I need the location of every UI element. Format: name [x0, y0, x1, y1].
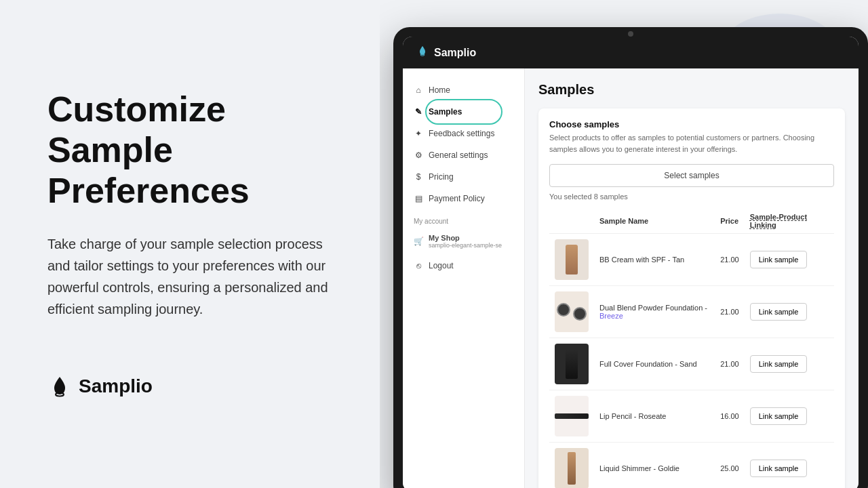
product-thumb — [555, 239, 589, 280]
sidebar-item-logout[interactable]: ⎋ Logout — [403, 255, 524, 277]
powder-shape — [557, 303, 587, 321]
link-cell: Link sample — [745, 338, 834, 390]
app-content: ⌂ Home ✎ Samples ✦ Feedback settings ⚙ G… — [403, 68, 859, 488]
price-cell: 21.00 — [715, 338, 745, 390]
samples-card: Choose samples Select products to offer … — [538, 108, 845, 488]
sidebar: ⌂ Home ✎ Samples ✦ Feedback settings ⚙ G… — [403, 68, 525, 488]
table-row: Lip Pencil - Roseate 16.00 Link sample — [549, 390, 834, 443]
app-brand-name: Samplio — [434, 47, 476, 59]
bb-cream-shape — [566, 245, 578, 274]
brand-logo: Samplio — [47, 374, 332, 399]
sidebar-item-general[interactable]: ⚙ General settings — [403, 144, 524, 166]
table-row: Liquid Shimmer - Goldie 25.00 Link sampl… — [549, 443, 834, 489]
sidebar-feedback-label: Feedback settings — [429, 129, 494, 138]
price-cell: 25.00 — [715, 443, 745, 489]
link-sample-button[interactable]: Link sample — [750, 355, 808, 373]
col-linking: Sample-Product Linking — [745, 209, 834, 234]
table-row: BB Cream with SPF - Tan 21.00 Link sampl… — [549, 234, 834, 286]
link-sample-button[interactable]: Link sample — [750, 303, 808, 321]
col-price: Price — [715, 209, 745, 234]
sidebar-item-samples[interactable]: ✎ Samples — [403, 101, 524, 123]
samples-icon: ✎ — [414, 107, 423, 117]
product-name-cell: BB Cream with SPF - Tan — [594, 234, 715, 286]
subtitle: Take charge of your sample selection pro… — [47, 233, 332, 320]
sidebar-pricing-label: Pricing — [429, 172, 454, 182]
product-thumb-cell — [549, 443, 594, 489]
tablet-mockup: Samplio ⌂ Home ✎ Samples ✦ Fe — [393, 27, 868, 488]
link-cell: Link sample — [745, 286, 834, 338]
selected-count: You selected 8 samples — [549, 192, 834, 201]
product-name-cell: Liquid Shimmer - Goldie — [594, 443, 715, 489]
sidebar-item-home[interactable]: ⌂ Home — [403, 79, 524, 101]
link-sample-button[interactable]: Link sample — [750, 460, 808, 477]
app-logo-icon — [416, 45, 429, 60]
sidebar-payment-label: Payment Policy — [429, 194, 485, 203]
pricing-icon: $ — [414, 172, 423, 182]
compact2 — [573, 307, 587, 321]
home-icon: ⌂ — [414, 85, 423, 95]
right-panel: Samplio ⌂ Home ✎ Samples ✦ Fe — [380, 0, 868, 488]
sidebar-item-pricing[interactable]: $ Pricing — [403, 166, 524, 188]
my-shop-sub: samplio-elegant-sample-se — [429, 242, 502, 249]
product-name-cell: Full Cover Foundation - Sand — [594, 338, 715, 390]
table-row: Dual Blend Powder Foundation - Breeze 21… — [549, 286, 834, 338]
product-thumb — [555, 448, 589, 488]
sidebar-home-label: Home — [429, 85, 450, 95]
price-cell: 21.00 — [715, 286, 745, 338]
left-panel: Customize Sample Preferences Take charge… — [0, 49, 380, 439]
link-cell: Link sample — [745, 443, 834, 489]
samplio-logo-icon — [47, 374, 72, 399]
brand-name: Samplio — [79, 375, 153, 397]
product-name-cell: Lip Pencil - Roseate — [594, 390, 715, 443]
price-cell: 21.00 — [715, 234, 745, 286]
sidebar-logout-label: Logout — [429, 261, 454, 270]
product-thumb-cell — [549, 338, 594, 390]
link-sample-button[interactable]: Link sample — [750, 407, 808, 425]
product-name-cell: Dual Blend Powder Foundation - Breeze — [594, 286, 715, 338]
general-icon: ⚙ — [414, 150, 423, 160]
col-name: Sample Name — [594, 209, 715, 234]
product-thumb — [555, 291, 589, 332]
page-title: Samples — [538, 82, 845, 98]
product-thumb-cell — [549, 234, 594, 286]
foundation-shape — [566, 349, 578, 379]
product-thumb — [555, 344, 589, 384]
link-sample-button[interactable]: Link sample — [750, 251, 808, 268]
product-thumb — [555, 396, 589, 436]
choose-samples-desc: Select products to offer as samples to p… — [549, 132, 834, 155]
app-topbar: Samplio — [403, 37, 859, 68]
sidebar-samples-label: Samples — [429, 107, 462, 117]
shop-icon: 🛒 — [414, 237, 423, 246]
table-row: Full Cover Foundation - Sand 21.00 Link … — [549, 338, 834, 390]
sidebar-item-myshop[interactable]: 🛒 My Shop samplio-elegant-sample-se — [403, 228, 524, 255]
account-section-label: My account — [403, 209, 524, 228]
price-cell: 16.00 — [715, 390, 745, 443]
link-cell: Link sample — [745, 390, 834, 443]
my-shop-label: My Shop — [429, 234, 502, 242]
samples-table: Sample Name Price Sample-Product Linking — [549, 209, 834, 488]
sidebar-item-payment[interactable]: ▤ Payment Policy — [403, 188, 524, 209]
sidebar-item-feedback[interactable]: ✦ Feedback settings — [403, 123, 524, 144]
shimmer-shape — [568, 452, 576, 485]
payment-icon: ▤ — [414, 194, 423, 203]
logout-icon: ⎋ — [414, 261, 423, 270]
choose-samples-title: Choose samples — [549, 119, 834, 129]
product-thumb-cell — [549, 286, 594, 338]
lip-pencil-shape — [555, 413, 589, 419]
product-thumb-cell — [549, 390, 594, 443]
select-samples-button[interactable]: Select samples — [549, 164, 834, 187]
headline: Customize Sample Preferences — [47, 89, 332, 211]
compact1 — [557, 303, 570, 317]
sidebar-general-label: General settings — [429, 150, 488, 160]
col-thumb — [549, 209, 594, 234]
feedback-icon: ✦ — [414, 129, 423, 138]
main-content: Samples Choose samples Select products t… — [525, 68, 859, 488]
tablet-camera — [628, 31, 633, 37]
tablet-screen: Samplio ⌂ Home ✎ Samples ✦ Fe — [403, 37, 859, 488]
link-cell: Link sample — [745, 234, 834, 286]
